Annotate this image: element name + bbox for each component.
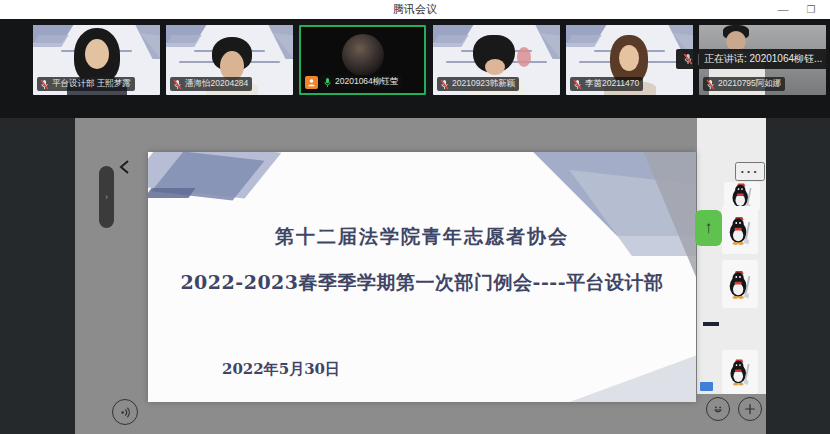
sticker-penguin — [722, 206, 758, 254]
sidebar-handle[interactable]: › — [99, 166, 114, 228]
maximize-button[interactable]: ❐ — [798, 0, 824, 19]
toast-divider — [698, 54, 699, 65]
plus-button[interactable] — [738, 397, 762, 421]
slide-decoration — [148, 188, 196, 198]
slide-decoration — [548, 338, 696, 402]
voice-message-button[interactable] — [112, 399, 138, 425]
sticker-penguin — [722, 350, 758, 394]
participant-name-label: 平台设计部 王熙梦露 — [37, 77, 135, 91]
slide-date: 2022年5月30日 — [222, 360, 340, 379]
avatar — [342, 34, 384, 76]
participant-name-label: 20201064柳钰莹 — [320, 75, 402, 89]
chat-link-fragment — [700, 382, 713, 391]
meeting-window: 腾讯会议 — ❐ › 第十二届法学院青年志愿者协会 2022-2023春季季学期… — [0, 0, 830, 434]
mic-muted-icon — [40, 79, 49, 90]
participant-name-label: 潘海怡20204284 — [170, 77, 252, 91]
speaking-status-toast: 正在讲话: 20201064柳钰... — [676, 49, 829, 69]
participant-name-label: 20210923韩新颖 — [437, 77, 519, 91]
shared-screen: › 第十二届法学院青年志愿者协会 2022-2023春季季学期第一次部门例会--… — [75, 118, 766, 434]
slide-title-line1: 第十二届法学院青年志愿者协会 — [148, 224, 696, 250]
back-arrow-icon[interactable] — [117, 158, 133, 176]
chat-bubble-arrow: ↑ — [695, 210, 722, 246]
speaking-status-text: 正在讲话: 20201064柳钰... — [704, 52, 822, 66]
mic-muted-icon — [683, 53, 693, 65]
slide-image: 第十二届法学院青年志愿者协会 2022-2023春季季学期第一次部门例会----… — [148, 152, 696, 402]
participant-name-label: 李茵20211470 — [570, 77, 643, 91]
slide-title-line2: 2022-2023春季季学期第一次部门例会----平台设计部 — [148, 270, 696, 296]
participant-tile-2[interactable]: 潘海怡20204284 — [166, 25, 293, 95]
participant-tile-5[interactable]: 李茵20211470 — [566, 25, 693, 95]
mic-muted-icon — [440, 79, 449, 90]
participant-tile-4[interactable]: 20210923韩新颖 — [433, 25, 560, 95]
mic-muted-icon — [573, 79, 582, 90]
mic-muted-icon — [706, 79, 715, 90]
sticker-penguin — [722, 260, 758, 308]
participant-tile-1[interactable]: 平台设计部 王熙梦露 — [33, 25, 160, 95]
host-badge-icon — [305, 76, 318, 89]
mic-on-icon — [323, 77, 332, 88]
mic-muted-icon — [173, 79, 182, 90]
titlebar: 腾讯会议 — ❐ — [0, 0, 830, 19]
participant-tile-3-active-speaker[interactable]: 20201064柳钰莹 — [299, 25, 426, 95]
emoji-button[interactable] — [706, 397, 730, 421]
window-title: 腾讯会议 — [0, 2, 830, 17]
chat-text-fragment — [703, 322, 719, 326]
participant-name-label: 20210795阿如娜 — [703, 77, 785, 91]
minimize-button[interactable]: — — [770, 0, 796, 19]
chat-menu-dots-icon[interactable]: ··· — [735, 162, 765, 181]
